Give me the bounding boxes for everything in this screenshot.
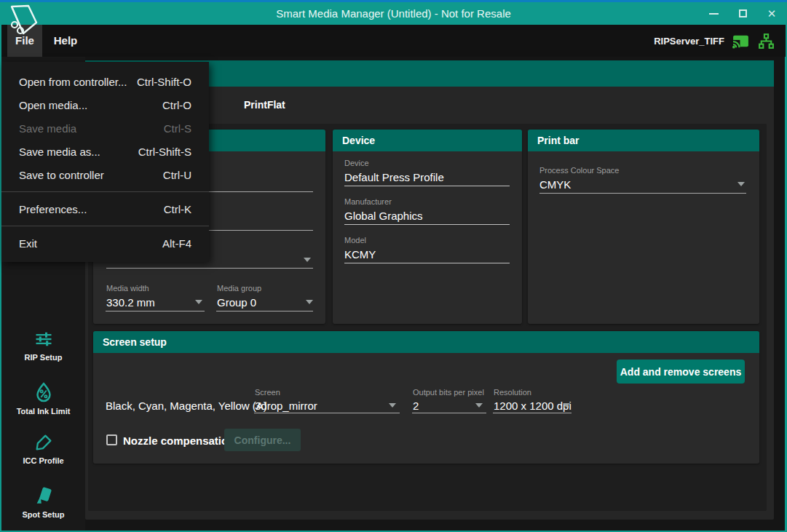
minimize-button[interactable] [704,4,723,23]
print-bar-panel-header: Print bar [528,130,759,151]
menu-separator [1,191,209,192]
menu-item-save-media: Save media Ctrl-S [1,116,209,140]
sidebar-item-label: Total Ink Limit [17,407,71,416]
media-width-label: Media width [106,284,149,293]
sidebar-item-label: Spot Setup [22,510,64,519]
tune-icon [33,329,54,349]
menu-item-open-media[interactable]: Open media... Ctrl-O [1,93,209,116]
add-remove-screens-button[interactable]: Add and remove screens [617,360,745,384]
menu-shortcut: Ctrl-Shift-O [137,76,191,88]
sidebar-item-spot-setup[interactable]: Spot Setup [1,485,85,519]
ink-percent-icon [33,381,55,403]
print-bar-panel: Print bar Process Colour Space CMYK [528,130,759,324]
sidebar-item-label: RIP Setup [25,353,63,362]
menubar: File Help RIPServer_TIFF [1,25,786,57]
titlebar: Smart Media Manager (Untitled) - Not for… [0,2,787,25]
maximize-button[interactable] [733,4,752,23]
menu-shortcut: Ctrl-Shift-S [138,146,191,158]
app-logo-icon [4,4,44,36]
menu-shortcut: Ctrl-U [163,169,191,181]
app-window: Smart Media Manager (Untitled) - Not for… [0,0,787,532]
file-menu-dropdown: Open from controller... Ctrl-Shift-O Ope… [1,62,209,262]
chevron-down-icon [389,403,396,408]
menu-help[interactable]: Help [48,25,83,57]
sidebar-item-rip-setup[interactable]: RIP Setup [1,329,85,362]
sidebar-item-total-ink-limit[interactable]: Total Ink Limit [1,381,85,416]
network-status-icon[interactable] [757,32,775,50]
sidebar-item-label: ICC Profile [23,456,63,465]
pen-icon [33,432,54,453]
media-width-value: 330.2 mm [106,296,155,309]
maximize-icon [739,9,747,17]
close-icon: ✕ [767,8,777,19]
menu-shortcut: Ctrl-K [164,203,191,215]
menu-item-preferences[interactable]: Preferences... Ctrl-K [1,197,209,221]
configure-button: Configure... [224,429,301,451]
menu-shortcut: Ctrl-S [164,122,191,135]
menu-item-save-media-as[interactable]: Save media as... Ctrl-Shift-S [1,140,209,163]
minimize-icon [709,13,719,15]
menu-shortcut: Alt-F4 [162,237,191,250]
tab-printflat[interactable]: PrintFlat [244,99,285,111]
menu-item-open-from-controller[interactable]: Open from controller... Ctrl-Shift-O [1,70,209,93]
media-group-label: Media group [217,284,261,293]
server-name: RIPServer_TIFF [654,36,724,47]
menu-separator [1,226,209,226]
device-panel: Device Device Default Press Profile Manu… [333,130,522,324]
menu-item-exit[interactable]: Exit Alt-F4 [1,231,209,255]
sidebar-item-icc-profile[interactable]: ICC Profile [1,432,85,465]
menu-item-save-to-controller[interactable]: Save to controller Ctrl-U [1,163,209,186]
chevron-down-icon [195,300,202,304]
nozzle-compensation-checkbox[interactable] [106,434,117,445]
chevron-down-icon [475,403,483,408]
cast-status-icon[interactable] [732,32,750,50]
window-title: Smart Media Manager (Untitled) - Not for… [0,2,787,25]
menu-shortcut: Ctrl-O [162,99,191,111]
chevron-down-icon [306,300,313,304]
close-button[interactable]: ✕ [762,4,781,23]
screen-setup-panel-header: Screen setup [93,331,759,353]
nozzle-compensation-label: Nozzle compensation [123,434,234,447]
chevron-down-icon [304,258,311,262]
device-panel-header: Device [333,130,522,151]
channel-list-label: Black, Cyan, Magenta, Yellow (A) [106,400,267,412]
chevron-down-icon [563,403,570,408]
screen-setup-panel: Screen setup Add and remove screens Blac… [93,331,759,464]
chevron-down-icon [737,182,745,186]
spot-icon [33,485,55,507]
media-group-value: Group 0 [217,296,256,309]
